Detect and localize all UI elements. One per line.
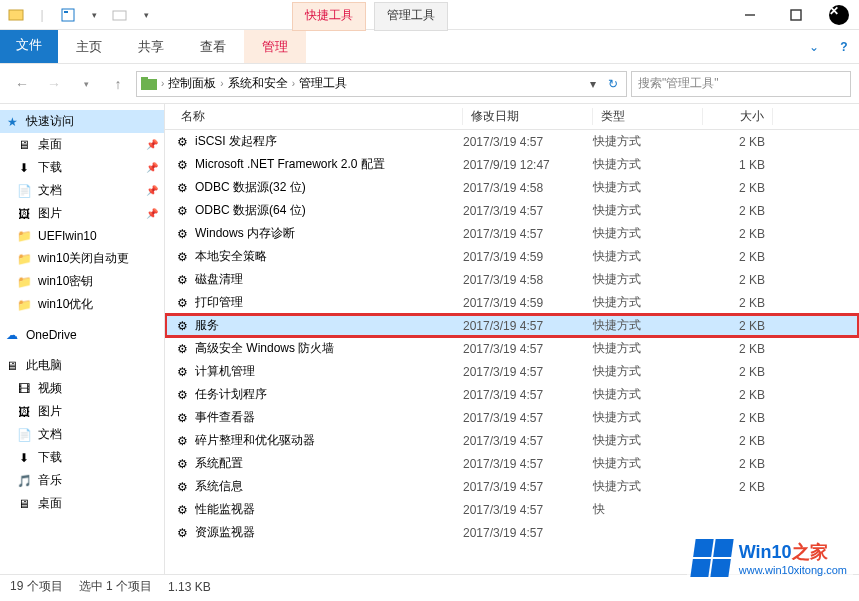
chevron-right-icon[interactable]: ›	[292, 78, 295, 89]
qat-dropdown-icon[interactable]: ▾	[82, 3, 106, 27]
sidebar-item[interactable]: 📁win10密钥	[0, 270, 164, 293]
file-size: 2 KB	[703, 411, 773, 425]
sidebar-label: UEFIwin10	[38, 229, 97, 243]
sidebar-item[interactable]: 🎵音乐	[0, 469, 164, 492]
file-name: 性能监视器	[195, 501, 463, 518]
library-icon: 🎞	[16, 381, 32, 397]
file-type: 快捷方式	[593, 156, 703, 173]
sidebar-item[interactable]: 🖼图片	[0, 400, 164, 423]
qat-overflow-icon[interactable]: ▾	[134, 3, 158, 27]
maximize-button[interactable]	[773, 0, 819, 30]
close-button[interactable]: ✕	[829, 5, 849, 25]
recent-dropdown[interactable]: ▾	[72, 70, 100, 98]
back-button[interactable]: ←	[8, 70, 36, 98]
file-row[interactable]: ⚙任务计划程序2017/3/19 4:57快捷方式2 KB	[165, 383, 859, 406]
new-folder-icon[interactable]	[108, 3, 132, 27]
file-row[interactable]: ⚙服务2017/3/19 4:57快捷方式2 KB	[165, 314, 859, 337]
file-date: 2017/3/19 4:58	[463, 273, 593, 287]
tab-manage[interactable]: 管理	[244, 30, 306, 63]
address-bar[interactable]: › 控制面板 › 系统和安全 › 管理工具 ▾ ↻	[136, 71, 627, 97]
sidebar-item[interactable]: 🖼图片📌	[0, 202, 164, 225]
file-row[interactable]: ⚙Microsoft .NET Framework 2.0 配置2017/9/1…	[165, 153, 859, 176]
file-date: 2017/3/19 4:57	[463, 526, 593, 540]
sidebar-item[interactable]: 📄文档📌	[0, 179, 164, 202]
sidebar-this-pc[interactable]: 🖥 此电脑	[0, 354, 164, 377]
address-dropdown-icon[interactable]: ▾	[586, 77, 600, 91]
app-icon[interactable]	[4, 3, 28, 27]
tab-home[interactable]: 主页	[58, 30, 120, 63]
column-date[interactable]: 修改日期	[463, 108, 593, 125]
file-row[interactable]: ⚙Windows 内存诊断2017/3/19 4:57快捷方式2 KB	[165, 222, 859, 245]
file-row[interactable]: ⚙系统信息2017/3/19 4:57快捷方式2 KB	[165, 475, 859, 498]
sidebar-item[interactable]: 🖥桌面📌	[0, 133, 164, 156]
sidebar-item[interactable]: 🖥桌面	[0, 492, 164, 515]
sidebar-item[interactable]: 📁win10优化	[0, 293, 164, 316]
file-name: Windows 内存诊断	[195, 225, 463, 242]
sidebar-item[interactable]: 🎞视频	[0, 377, 164, 400]
sidebar-quick-access[interactable]: ★ 快速访问	[0, 110, 164, 133]
file-size: 2 KB	[703, 135, 773, 149]
file-row[interactable]: ⚙磁盘清理2017/3/19 4:58快捷方式2 KB	[165, 268, 859, 291]
file-row[interactable]: ⚙事件查看器2017/3/19 4:57快捷方式2 KB	[165, 406, 859, 429]
pin-icon: 📌	[146, 162, 158, 173]
file-list[interactable]: ⚙iSCSI 发起程序2017/3/19 4:57快捷方式2 KB⚙Micros…	[165, 130, 859, 574]
file-row[interactable]: ⚙打印管理2017/3/19 4:59快捷方式2 KB	[165, 291, 859, 314]
file-type: 快捷方式	[593, 271, 703, 288]
breadcrumb-item[interactable]: 控制面板	[168, 75, 216, 92]
column-size[interactable]: 大小	[703, 108, 773, 125]
file-type: 快捷方式	[593, 133, 703, 150]
context-tab-tools[interactable]: 快捷工具	[292, 2, 366, 31]
column-headers: 名称 修改日期 类型 大小	[165, 104, 859, 130]
column-type[interactable]: 类型	[593, 108, 703, 125]
file-name: 碎片整理和优化驱动器	[195, 432, 463, 449]
file-row[interactable]: ⚙iSCSI 发起程序2017/3/19 4:57快捷方式2 KB	[165, 130, 859, 153]
tab-view[interactable]: 查看	[182, 30, 244, 63]
shortcut-icon: ⚙	[173, 318, 191, 334]
file-type: 快捷方式	[593, 363, 703, 380]
file-row[interactable]: ⚙系统配置2017/3/19 4:57快捷方式2 KB	[165, 452, 859, 475]
forward-button[interactable]: →	[40, 70, 68, 98]
file-row[interactable]: ⚙计算机管理2017/3/19 4:57快捷方式2 KB	[165, 360, 859, 383]
help-icon[interactable]: ?	[829, 30, 859, 63]
minimize-button[interactable]	[727, 0, 773, 30]
ribbon-expand-icon[interactable]: ⌄	[799, 30, 829, 63]
breadcrumb-item[interactable]: 管理工具	[299, 75, 347, 92]
navigation-pane[interactable]: ★ 快速访问 🖥桌面📌⬇下载📌📄文档📌🖼图片📌📁UEFIwin10📁win10关…	[0, 104, 165, 574]
library-icon: 🎵	[16, 473, 32, 489]
context-tab-manage[interactable]: 管理工具	[374, 2, 448, 31]
chevron-right-icon[interactable]: ›	[161, 78, 164, 89]
folder-icon: 📁	[16, 297, 32, 313]
breadcrumb-item[interactable]: 系统和安全	[228, 75, 288, 92]
sidebar-label: win10优化	[38, 296, 93, 313]
refresh-icon[interactable]: ↻	[604, 77, 622, 91]
search-input[interactable]: 搜索"管理工具"	[631, 71, 851, 97]
folder-icon: 🖼	[16, 206, 32, 222]
sidebar-item[interactable]: 📁win10关闭自动更	[0, 247, 164, 270]
file-row[interactable]: ⚙碎片整理和优化驱动器2017/3/19 4:57快捷方式2 KB	[165, 429, 859, 452]
main-area: ★ 快速访问 🖥桌面📌⬇下载📌📄文档📌🖼图片📌📁UEFIwin10📁win10关…	[0, 104, 859, 574]
sidebar-label: 音乐	[38, 472, 62, 489]
file-row[interactable]: ⚙ODBC 数据源(32 位)2017/3/19 4:58快捷方式2 KB	[165, 176, 859, 199]
chevron-right-icon[interactable]: ›	[220, 78, 223, 89]
file-row[interactable]: ⚙性能监视器2017/3/19 4:57快	[165, 498, 859, 521]
sidebar-item[interactable]: 📁UEFIwin10	[0, 225, 164, 247]
file-row[interactable]: ⚙本地安全策略2017/3/19 4:59快捷方式2 KB	[165, 245, 859, 268]
column-name[interactable]: 名称	[173, 108, 463, 125]
tab-share[interactable]: 共享	[120, 30, 182, 63]
file-tab[interactable]: 文件	[0, 30, 58, 63]
sidebar-item[interactable]: ⬇下载	[0, 446, 164, 469]
file-date: 2017/3/19 4:57	[463, 319, 593, 333]
file-type: 快捷方式	[593, 455, 703, 472]
sidebar-item[interactable]: 📄文档	[0, 423, 164, 446]
sidebar-item[interactable]: ⬇下载📌	[0, 156, 164, 179]
up-button[interactable]: ↑	[104, 70, 132, 98]
folder-icon: 🖥	[16, 137, 32, 153]
file-row[interactable]: ⚙ODBC 数据源(64 位)2017/3/19 4:57快捷方式2 KB	[165, 199, 859, 222]
watermark-title: Win10之家	[739, 540, 847, 564]
sidebar-onedrive[interactable]: ☁ OneDrive	[0, 324, 164, 346]
file-row[interactable]: ⚙高级安全 Windows 防火墙2017/3/19 4:57快捷方式2 KB	[165, 337, 859, 360]
properties-icon[interactable]	[56, 3, 80, 27]
sidebar-label: 下载	[38, 159, 62, 176]
file-date: 2017/3/19 4:57	[463, 227, 593, 241]
file-date: 2017/3/19 4:57	[463, 204, 593, 218]
